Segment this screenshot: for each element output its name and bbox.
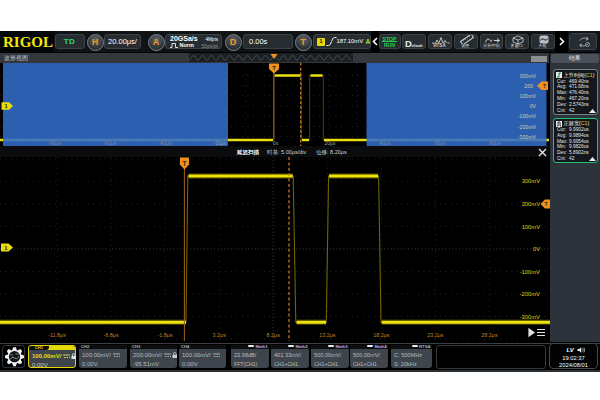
svg-text:-100mV: -100mV [520, 269, 540, 275]
svg-text:-6.8μs: -6.8μs [104, 332, 119, 338]
svg-text:28.2μs: 28.2μs [481, 332, 498, 338]
svg-text:-200mV: -200mV [518, 123, 537, 129]
svg-text:-20μs: -20μs [214, 140, 227, 146]
svg-text:3.2μs: 3.2μs [213, 332, 227, 338]
svg-text:100mV: 100mV [522, 224, 541, 230]
svg-text:-60μs: -60μs [104, 140, 117, 146]
svg-text:13.2μs: 13.2μs [319, 332, 336, 338]
svg-text:0V: 0V [533, 246, 540, 252]
svg-text:40μs: 40μs [380, 140, 391, 146]
svg-text:-200mV: -200mV [520, 291, 540, 297]
svg-text:T: T [272, 65, 276, 71]
svg-text:200mV: 200mV [522, 201, 541, 207]
svg-text:100mV: 100mV [520, 92, 537, 98]
svg-text:-80μs: -80μs [49, 140, 62, 146]
svg-text:23.2μs: 23.2μs [427, 332, 444, 338]
svg-text:1: 1 [4, 103, 7, 109]
svg-text:200: 200 [524, 82, 533, 88]
svg-text:-300mV: -300mV [520, 314, 540, 320]
svg-text:80μs: 80μs [490, 140, 501, 146]
svg-text:T: T [543, 83, 546, 89]
svg-text:18.2μs: 18.2μs [373, 332, 390, 338]
svg-text:-100mV: -100mV [518, 113, 537, 119]
svg-text:300mV: 300mV [522, 178, 541, 184]
svg-text:300mV: 300mV [520, 72, 537, 78]
svg-text:-1.8μs: -1.8μs [158, 332, 173, 338]
svg-text:0s: 0s [273, 140, 279, 146]
svg-text:T: T [183, 160, 187, 167]
svg-text:-300mV: -300mV [518, 133, 537, 139]
svg-text:-40μs: -40μs [159, 140, 172, 146]
svg-text:60μs: 60μs [435, 140, 446, 146]
svg-text:20μs: 20μs [325, 140, 336, 146]
svg-text:-11.8μs: -11.8μs [48, 332, 66, 338]
svg-text:0V: 0V [530, 103, 537, 109]
svg-text:8.2μs: 8.2μs [267, 332, 281, 338]
